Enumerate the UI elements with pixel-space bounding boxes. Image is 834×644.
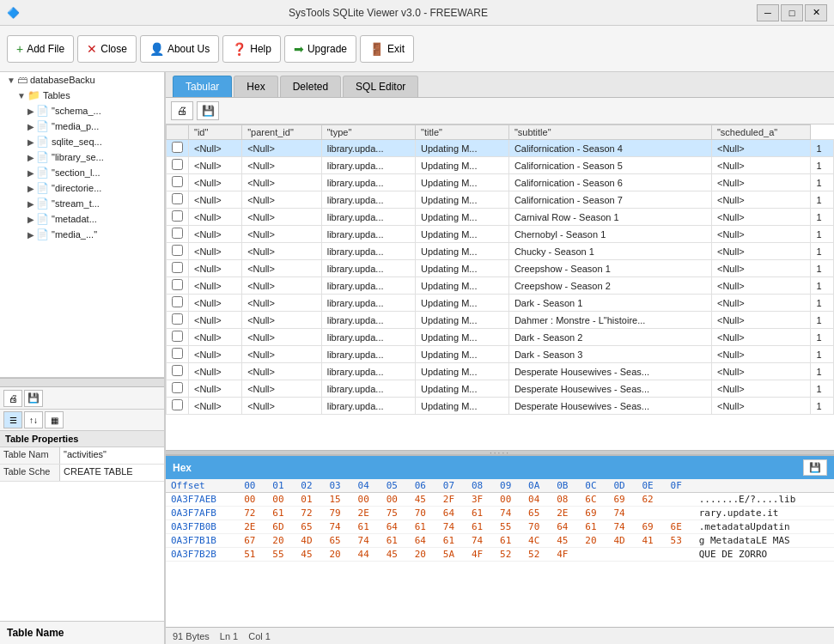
tab-tabular[interactable]: Tabular <box>173 76 232 97</box>
table-row[interactable]: <Null><Null>library.upda...Updating M...… <box>167 226 834 243</box>
col-header-type[interactable]: "type" <box>321 125 415 140</box>
table-cell: Updating M... <box>416 140 509 157</box>
table-row[interactable]: <Null><Null>library.upda...Updating M...… <box>167 380 834 398</box>
row-checkbox[interactable] <box>172 142 183 153</box>
row-checkbox[interactable] <box>172 279 183 290</box>
export-csv-btn[interactable]: 💾 <box>197 101 219 120</box>
arrow-library-se: ▶ <box>27 153 34 162</box>
hex-col-05: 05 <box>381 479 410 493</box>
tree-item-directories[interactable]: ▶ 📄 "directorie... <box>0 180 164 196</box>
tree-item-extra[interactable]: ▶ 📄 "media_..." <box>0 227 164 242</box>
table-row[interactable]: <Null><Null>library.upda...Updating M...… <box>167 209 834 226</box>
hex-export-button[interactable]: 💾 <box>803 459 827 476</box>
tree-item-library-se[interactable]: ▶ 📄 "library_se... <box>0 149 164 165</box>
help-button[interactable]: ❓ Help <box>222 35 281 63</box>
row-checkbox[interactable] <box>172 193 183 204</box>
row-checkbox[interactable] <box>172 176 183 187</box>
table-row[interactable]: <Null><Null>library.upda...Updating M...… <box>167 398 834 415</box>
table-cell: <Null> <box>189 209 242 226</box>
tree-item-media[interactable]: ▶ 📄 "media_p... <box>0 118 164 134</box>
col-header-parent-id[interactable]: "parent_id" <box>242 125 322 140</box>
row-checkbox[interactable] <box>172 210 183 222</box>
close-button[interactable]: ✕ Close <box>77 35 137 63</box>
row-checkbox[interactable] <box>172 399 183 410</box>
table-row[interactable]: <Null><Null>library.upda...Updating M...… <box>167 140 834 157</box>
tree-item-sqlite-seq[interactable]: ▶ 📄 sqlite_seq... <box>0 134 164 149</box>
tab-grid-view[interactable]: ▦ <box>45 411 64 428</box>
titlebar-controls: ─ □ ✕ <box>757 4 827 21</box>
tab-hex[interactable]: Hex <box>234 76 277 97</box>
hex-byte-cell: 20 <box>324 548 352 562</box>
row-checkbox[interactable] <box>172 382 183 393</box>
col-header-scheduled[interactable]: "scheduled_a" <box>711 125 810 140</box>
tree-scrollbar-h[interactable] <box>0 378 164 386</box>
print-btn[interactable]: 🖨 <box>171 101 193 120</box>
data-grid-wrapper[interactable]: "id" "parent_id" "type" "title" "subtitl… <box>166 125 834 450</box>
hex-col-03: 03 <box>324 479 352 493</box>
table-row[interactable]: <Null><Null>library.upda...Updating M...… <box>167 191 834 209</box>
row-checkbox[interactable] <box>172 331 183 342</box>
table-row[interactable]: <Null><Null>library.upda...Updating M...… <box>167 312 834 329</box>
row-checkbox[interactable] <box>172 159 183 170</box>
hex-row: 0A3F7B1B67204D657461646174614C45204D4153… <box>166 534 834 548</box>
table-row[interactable]: <Null><Null>library.upda...Updating M...… <box>167 260 834 277</box>
hex-byte-cell: 20 <box>580 534 608 548</box>
hex-table: Offset 00 01 02 03 04 05 06 07 08 09 <box>166 479 834 562</box>
close-label: Close <box>100 43 127 55</box>
table-cell: <Null> <box>711 226 810 243</box>
tree-item-metadata[interactable]: ▶ 📄 "metadat... <box>0 211 164 227</box>
row-checkbox[interactable] <box>172 296 183 307</box>
table-row[interactable]: <Null><Null>library.upda...Updating M...… <box>167 363 834 380</box>
export-btn-1[interactable]: 🖨 <box>3 390 22 407</box>
table-row[interactable]: <Null><Null>library.upda...Updating M...… <box>167 243 834 260</box>
table-cell: library.upda... <box>321 380 415 398</box>
table-row[interactable]: <Null><Null>library.upda...Updating M...… <box>167 174 834 191</box>
tab-sort-view[interactable]: ↑↓ <box>24 411 43 428</box>
row-checkbox[interactable] <box>172 348 183 359</box>
row-checkbox[interactable] <box>172 228 183 239</box>
exit-button[interactable]: 🚪 Exit <box>360 35 414 63</box>
export-btn-2[interactable]: 💾 <box>24 390 43 407</box>
table-cell: 1 <box>811 312 834 329</box>
tree-item-stream-t[interactable]: ▶ 📄 "stream_t... <box>0 196 164 211</box>
hex-byte-cell: 74 <box>324 520 352 534</box>
tree-item-schema[interactable]: ▶ 📄 "schema_... <box>0 103 164 118</box>
prop-row-schema: Table Sche CREATE TABLE <box>0 465 164 482</box>
hex-byte-cell: 67 <box>239 534 267 548</box>
hex-content[interactable]: Offset 00 01 02 03 04 05 06 07 08 09 <box>166 479 834 627</box>
upgrade-button[interactable]: ➡ Upgrade <box>284 35 356 63</box>
tab-sql-editor[interactable]: SQL Editor <box>343 76 418 97</box>
table-row[interactable]: <Null><Null>library.upda...Updating M...… <box>167 277 834 295</box>
tree-tables-folder[interactable]: ▼ 📁 Tables <box>0 88 164 103</box>
prop-row-name: Table Nam "activities" <box>0 447 164 465</box>
table-cell: 1 <box>811 277 834 295</box>
hex-byte-cell: 15 <box>324 493 352 507</box>
table-row[interactable]: <Null><Null>library.upda...Updating M...… <box>167 295 834 312</box>
table-cell: <Null> <box>242 191 322 209</box>
table-cell: <Null> <box>242 346 322 363</box>
tree-view[interactable]: ▼ 🗃 databaseBacku ▼ 📁 Tables ▶ 📄 "schema… <box>0 72 164 378</box>
row-checkbox[interactable] <box>172 313 183 325</box>
row-checkbox[interactable] <box>172 245 183 256</box>
table-cell: <Null> <box>711 191 810 209</box>
tree-root[interactable]: ▼ 🗃 databaseBacku <box>0 72 164 88</box>
table-row[interactable]: <Null><Null>library.upda...Updating M...… <box>167 157 834 174</box>
tab-deleted[interactable]: Deleted <box>280 76 341 97</box>
row-checkbox[interactable] <box>172 262 183 273</box>
label-schema: "schema_... <box>52 106 101 116</box>
table-row[interactable]: <Null><Null>library.upda...Updating M...… <box>167 329 834 346</box>
add-file-button[interactable]: + Add File <box>7 35 74 63</box>
about-us-button[interactable]: 👤 About Us <box>140 35 219 63</box>
row-checkbox[interactable] <box>172 365 183 376</box>
table-row[interactable]: <Null><Null>library.upda...Updating M...… <box>167 346 834 363</box>
tree-item-section-l[interactable]: ▶ 📄 "section_l... <box>0 165 164 180</box>
hex-byte-cell: 64 <box>551 520 580 534</box>
folder-icon: 📁 <box>27 89 40 101</box>
col-header-subtitle[interactable]: "subtitle" <box>508 125 711 140</box>
minimize-button[interactable]: ─ <box>757 4 779 21</box>
tab-list-view[interactable]: ☰ <box>3 411 22 428</box>
maximize-button[interactable]: □ <box>781 4 803 21</box>
col-header-id[interactable]: "id" <box>189 125 242 140</box>
col-header-title[interactable]: "title" <box>416 125 509 140</box>
close-window-button[interactable]: ✕ <box>805 4 827 21</box>
